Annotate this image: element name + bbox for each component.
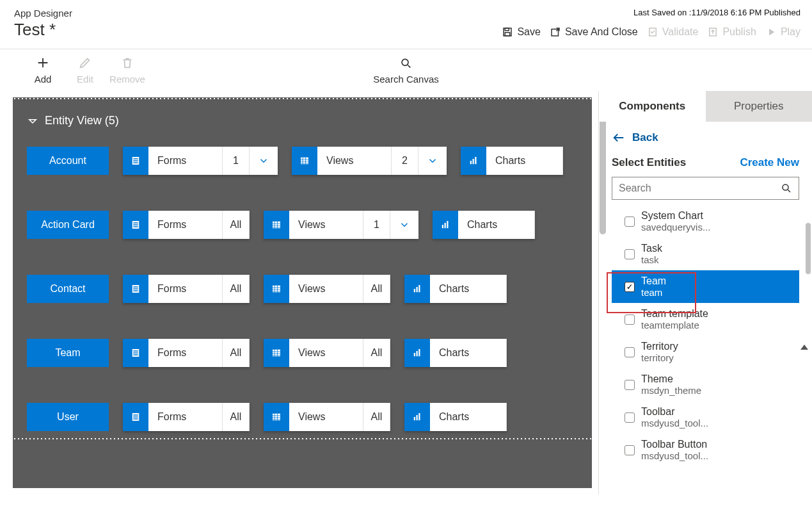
entity-checkbox[interactable] [625, 445, 635, 455]
svg-rect-21 [445, 223, 446, 228]
views-tile[interactable]: ViewsAll [264, 339, 390, 367]
charts-tile[interactable]: Charts [404, 275, 507, 303]
pencil-icon [78, 56, 92, 70]
svg-rect-36 [414, 353, 415, 356]
entity-list-item[interactable]: System Chartsavedqueryvis... [612, 205, 799, 238]
views-chevron[interactable] [390, 211, 418, 239]
views-count: All [363, 275, 390, 303]
entity-view-header[interactable]: Entity View (5) [27, 114, 578, 127]
forms-tile[interactable]: FormsAll [123, 339, 250, 367]
list-scroll-up-icon[interactable] [800, 345, 808, 350]
entity-name-tile[interactable]: Account [27, 147, 109, 175]
panel-scrollbar[interactable] [806, 223, 811, 274]
svg-rect-30 [418, 285, 420, 292]
charts-icon [404, 275, 430, 303]
entity-name-tile[interactable]: Action Card [27, 211, 109, 239]
forms-tile[interactable]: FormsAll [123, 211, 250, 239]
entity-checkbox[interactable] [625, 380, 635, 390]
entity-search-input[interactable] [619, 183, 781, 194]
entity-list-item[interactable]: Thememsdyn_theme [612, 368, 799, 401]
entity-list-item[interactable]: Toolbar Buttonmsdyusd_tool... [612, 434, 799, 466]
entity-schema: team [641, 287, 666, 298]
back-arrow-icon [612, 131, 626, 145]
charts-tile[interactable]: Charts [433, 211, 535, 239]
entity-list-item[interactable]: Toolbarmsdyusd_tool... [612, 401, 799, 434]
remove-label: Remove [109, 74, 145, 85]
forms-icon [123, 147, 148, 175]
forms-chevron[interactable] [250, 147, 278, 175]
views-tile[interactable]: Views2 [292, 147, 447, 175]
entity-name-tile[interactable]: User [27, 403, 109, 431]
entity-texts: System Chartsavedqueryvis... [641, 210, 710, 233]
chevron-down-icon [27, 115, 38, 127]
publish-button[interactable]: Publish [707, 26, 756, 38]
forms-tile[interactable]: FormsAll [123, 275, 250, 303]
add-button[interactable]: Add [22, 56, 64, 85]
entity-row: TeamFormsAllViewsAllCharts [27, 339, 578, 367]
remove-button[interactable]: Remove [106, 56, 148, 85]
save-close-button[interactable]: Save And Close [550, 26, 638, 38]
entity-row: UserFormsAllViewsAllCharts [27, 403, 578, 431]
panel-tabs: Components Properties [599, 91, 812, 122]
search-canvas-button[interactable]: Search Canvas [373, 57, 439, 85]
charts-label: Charts [430, 403, 507, 431]
entity-checkbox[interactable] [625, 249, 635, 259]
views-label: Views [289, 275, 363, 303]
svg-rect-24 [133, 286, 138, 288]
views-count: All [363, 339, 390, 367]
header-actions: Save Save And Close Validate Publish Pla… [502, 26, 800, 38]
forms-tile[interactable]: FormsAll [123, 403, 250, 431]
entity-texts: Teamteam [641, 275, 666, 298]
toolbar: Add Edit Remove Search Canvas [0, 49, 812, 91]
entity-name-tile[interactable]: Team [27, 339, 109, 367]
entity-search-box[interactable] [612, 177, 799, 200]
forms-tile[interactable]: Forms1 [123, 147, 278, 175]
entity-checkbox[interactable] [625, 347, 635, 357]
entity-checkbox[interactable] [625, 216, 635, 227]
charts-tile[interactable]: Charts [404, 403, 507, 431]
play-button[interactable]: Play [765, 26, 800, 38]
views-chevron[interactable] [418, 147, 447, 175]
entity-list-item[interactable]: Team templateteamtemplate [612, 303, 799, 336]
tab-components[interactable]: Components [599, 91, 706, 122]
entity-list-item[interactable]: Teamteam [612, 270, 799, 303]
search-icon [781, 183, 792, 194]
validate-button[interactable]: Validate [647, 26, 699, 38]
tab-properties[interactable]: Properties [706, 91, 813, 122]
entity-checkbox[interactable] [625, 314, 635, 325]
design-canvas[interactable]: Entity View (5) AccountForms1Views2Chart… [13, 97, 592, 488]
forms-label: Forms [148, 339, 223, 367]
charts-icon [404, 339, 430, 367]
save-button[interactable]: Save [502, 26, 540, 38]
forms-icon [123, 211, 148, 239]
entity-checkbox[interactable] [625, 412, 635, 423]
entity-schema: msdyusd_tool... [641, 450, 708, 461]
forms-label: Forms [148, 403, 223, 431]
charts-tile[interactable]: Charts [461, 147, 563, 175]
views-tile[interactable]: Views1 [264, 211, 418, 239]
edit-button[interactable]: Edit [64, 56, 106, 85]
svg-rect-37 [417, 351, 418, 356]
save-icon [502, 26, 513, 38]
svg-rect-9 [133, 160, 138, 161]
svg-rect-34 [133, 354, 138, 355]
entity-checkbox[interactable] [625, 282, 635, 292]
entity-list-item[interactable]: Territoryterritory [612, 336, 799, 368]
entity-name: Toolbar Button [641, 439, 708, 450]
entity-name-tile[interactable]: Contact [27, 275, 109, 303]
back-link[interactable]: Back [612, 131, 799, 145]
select-entities-header: Select Entities [612, 156, 686, 169]
svg-rect-46 [418, 413, 420, 420]
charts-icon [461, 147, 486, 175]
entity-texts: Tasktask [641, 243, 662, 265]
views-icon [264, 339, 289, 367]
entity-texts: Toolbarmsdyusd_tool... [641, 406, 708, 428]
create-new-link[interactable]: Create New [740, 156, 799, 169]
views-tile[interactable]: ViewsAll [264, 275, 390, 303]
entity-view-title: Entity View (5) [45, 114, 119, 127]
validate-label: Validate [662, 26, 699, 38]
charts-tile[interactable]: Charts [404, 339, 507, 367]
views-tile[interactable]: ViewsAll [264, 403, 390, 431]
entity-list-item[interactable]: Tasktask [612, 238, 799, 270]
forms-label: Forms [148, 275, 223, 303]
